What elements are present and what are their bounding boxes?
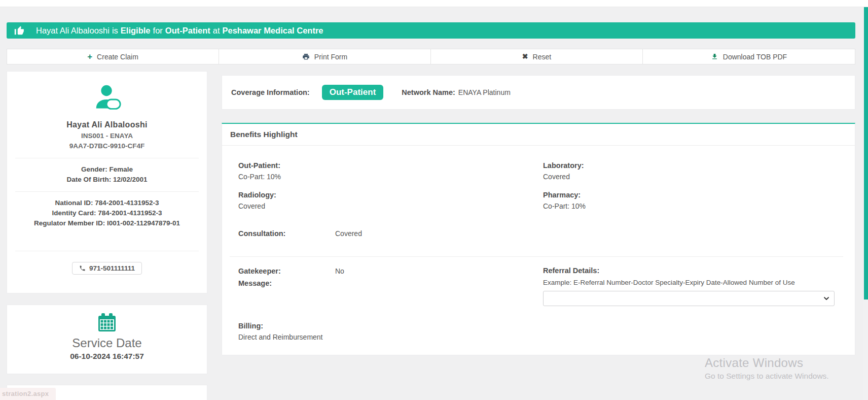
service-date-card: Service Date 06-10-2024 16:47:57 [7,305,207,374]
national-id-line: National ID: 784-2001-4131952-3 [7,199,207,207]
benefits-highlight-panel: Benefits Highlight Out-Patient: Co-Part:… [222,123,855,355]
thumbs-up-icon [14,25,25,36]
watermark-subtitle: Go to Settings to activate Windows. [705,372,829,381]
network-name-label: Network Name: [402,88,455,96]
billing-value: Direct and Reimbursement [238,331,835,343]
banner-status: Eligible [121,26,151,36]
divider [15,191,199,192]
national-id-label: National ID: [55,199,93,207]
banner-provider: Peshawar Medical Centre [223,26,323,36]
banner-patient-name: Hayat Ali Albalooshi [36,26,110,36]
printer-icon [302,53,310,60]
eligibility-banner: Hayat Ali Albalooshi is Eligible for Out… [7,22,855,39]
identity-card-line: Identity Card: 784-2001-4131952-3 [7,209,207,217]
benefits-row-3: Consultation:Covered [238,228,835,239]
out-patient-label: Out-Patient: [238,160,543,171]
referral-example-text: Example: E-Referral Number-Doctor Specia… [543,277,835,288]
create-claim-label: Create Claim [97,53,138,61]
gatekeeper-value: No [335,267,344,275]
benefit-radiology: Radiology: Covered [238,189,543,212]
gatekeeper-label: Gatekeeper: [238,265,335,277]
regulator-id-label: Regulator Member ID: [34,219,105,227]
benefits-row-1: Out-Patient: Co-Part: 10% Laboratory: Co… [238,160,835,182]
activate-windows-watermark: Activate Windows Go to Settings to activ… [705,356,829,381]
patient-card-number: 9AA7-D7BC-9910-CF4F [7,142,207,150]
out-patient-value: Co-Part: 10% [238,171,543,182]
gatekeeper-block: Gatekeeper:No Message: [238,265,543,306]
regulator-id-value: I001-002-112947879-01 [107,219,180,227]
top-window-strip [0,0,868,7]
pharmacy-label: Pharmacy: [543,189,835,201]
divider [15,251,199,251]
patient-name: Hayat Ali Albalooshi [7,120,207,129]
consultation-value: Covered [335,229,362,238]
browser-status-bar: stration2.aspx [0,388,56,400]
gender-label: Gender: [81,165,107,173]
banner-coverage: Out-Patient [165,26,210,36]
download-icon [711,53,718,60]
benefit-pharmacy: Pharmacy: Co-Part: 10% [543,189,835,212]
reset-button[interactable]: ✖ Reset [431,49,643,64]
billing-label: Billing: [238,320,835,331]
service-date-title: Service Date [7,336,207,350]
user-icon [91,83,123,114]
patient-gender-line: Gender: Female [7,165,207,173]
laboratory-label: Laboratory: [543,160,835,171]
print-form-button[interactable]: Print Form [219,49,431,64]
close-icon: ✖ [522,53,528,60]
divider [15,158,199,158]
reset-label: Reset [533,53,552,61]
service-date-value: 06-10-2024 16:47:57 [7,352,207,361]
dob-value: 12/02/2001 [113,176,148,183]
patient-info-card: Hayat Ali Albalooshi INS001 - ENAYA 9AA7… [7,71,207,293]
benefits-row-2: Radiology: Covered Pharmacy: Co-Part: 10… [238,189,835,212]
phone-number: 971-501111111 [89,264,135,272]
identity-card-value: 784-2001-4131952-3 [98,209,162,217]
benefit-out-patient: Out-Patient: Co-Part: 10% [238,160,543,182]
benefits-highlight-title: Benefits Highlight [222,124,855,146]
divider [230,256,843,257]
coverage-information-box: Coverage Information: Out-Patient Networ… [222,75,855,110]
scrollbar-thumb[interactable] [864,7,868,299]
billing-block: Billing: Direct and Reimbursement [238,320,835,343]
network-name-value: ENAYA Platinum [458,88,511,96]
print-form-label: Print Form [314,53,347,61]
banner-word-at: at [213,26,220,36]
action-toolbar: + Create Claim Print Form ✖ Reset Downlo… [7,49,855,64]
patient-policy: INS001 - ENAYA [7,132,207,140]
coverage-information-label: Coverage Information: [231,88,310,96]
phone-icon [79,265,86,272]
banner-word-for: for [153,26,163,36]
radiology-label: Radiology: [238,189,543,201]
patient-dob-line: Date Of Birth: 12/02/2001 [7,176,207,183]
radiology-value: Covered [238,201,543,212]
banner-word-is: is [112,26,118,36]
gender-value: Female [110,165,133,173]
referral-details-block: Referral Details: Example: E-Referral Nu… [543,265,835,306]
plus-icon: + [87,53,92,60]
download-tob-label: Download TOB PDF [723,53,787,61]
watermark-title: Activate Windows [705,356,829,370]
message-label: Message: [238,279,272,287]
coverage-type-badge: Out-Patient [322,85,384,100]
laboratory-value: Covered [543,171,835,182]
regulator-id-line: Regulator Member ID: I001-002-112947879-… [7,219,207,227]
benefits-row-4: Gatekeeper:No Message: Referral Details:… [238,265,835,306]
dob-label: Date Of Birth: [66,176,111,183]
identity-card-label: Identity Card: [52,209,96,217]
calendar-icon [97,313,117,333]
create-claim-button[interactable]: + Create Claim [7,49,219,64]
consultation-label: Consultation: [238,228,335,239]
referral-select[interactable] [543,291,835,306]
national-id-value: 784-2001-4131952-3 [95,199,159,207]
download-tob-pdf-button[interactable]: Download TOB PDF [643,49,855,64]
pharmacy-value: Co-Part: 10% [543,201,835,212]
benefit-consultation: Consultation:Covered [238,228,543,239]
phone-button[interactable]: 971-501111111 [72,262,142,275]
benefit-laboratory: Laboratory: Covered [543,160,835,182]
referral-details-label: Referral Details: [543,265,835,276]
